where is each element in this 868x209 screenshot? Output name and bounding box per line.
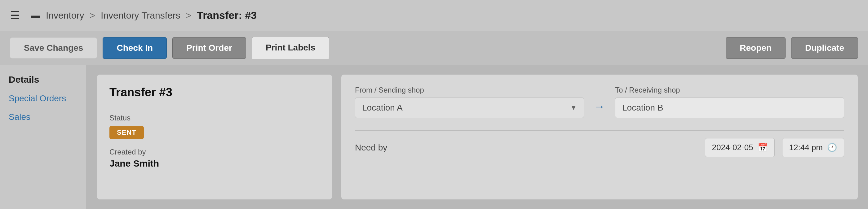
clock-icon: 🕐 xyxy=(827,143,837,152)
save-changes-button[interactable]: Save Changes xyxy=(10,37,97,59)
hamburger-icon[interactable]: ☰ xyxy=(10,9,20,22)
date-input[interactable]: 2024-02-05 📅 xyxy=(705,138,775,157)
to-section: To / Receiving shop Location B xyxy=(615,86,844,118)
status-badge: SENT xyxy=(110,126,144,139)
from-label: From / Sending shop xyxy=(355,86,584,95)
created-by-name: Jane Smith xyxy=(110,158,320,169)
time-value: 12:44 pm xyxy=(789,143,823,152)
time-input[interactable]: 12:44 pm 🕐 xyxy=(782,138,844,157)
from-shop-input[interactable]: Location A ▼ xyxy=(355,98,584,118)
breadcrumb-inventory[interactable]: Inventory xyxy=(46,10,84,21)
sidebar-item-details: Details xyxy=(9,74,78,85)
breadcrumb-inventory-transfers[interactable]: Inventory Transfers xyxy=(101,10,180,21)
top-nav: ☰ ▬ Inventory > Inventory Transfers > Tr… xyxy=(0,0,868,31)
main-content: Details Special Orders Sales Transfer #3… xyxy=(0,65,868,209)
duplicate-button[interactable]: Duplicate xyxy=(791,37,858,59)
to-label: To / Receiving shop xyxy=(615,86,844,95)
print-order-button[interactable]: Print Order xyxy=(173,37,246,59)
toolbar: Save Changes Check In Print Order Print … xyxy=(0,31,868,65)
date-value: 2024-02-05 xyxy=(712,143,753,152)
inventory-icon: ▬ xyxy=(31,10,40,21)
print-labels-button[interactable]: Print Labels xyxy=(252,37,329,59)
calendar-icon: 📅 xyxy=(757,143,768,152)
sidebar: Details Special Orders Sales xyxy=(0,65,87,209)
check-in-button[interactable]: Check In xyxy=(103,37,167,59)
to-shop-input: Location B xyxy=(615,98,844,118)
content-area: Transfer #3 Status SENT Created by Jane … xyxy=(87,65,868,209)
created-by-label: Created by xyxy=(110,148,320,156)
need-by-row: Need by 2024-02-05 📅 12:44 pm 🕐 xyxy=(355,130,844,157)
breadcrumb-current: Transfer: #3 xyxy=(197,9,257,21)
sidebar-item-special-orders[interactable]: Special Orders xyxy=(9,94,78,103)
transfer-card: Transfer #3 Status SENT Created by Jane … xyxy=(97,74,332,200)
from-section: From / Sending shop Location A ▼ xyxy=(355,86,584,118)
shop-row: From / Sending shop Location A ▼ → To / … xyxy=(355,86,844,118)
arrow-icon: → xyxy=(594,100,605,118)
breadcrumb-separator-1: > xyxy=(90,10,95,21)
sidebar-item-sales[interactable]: Sales xyxy=(9,112,78,122)
chevron-down-icon: ▼ xyxy=(570,104,577,112)
shop-panel: From / Sending shop Location A ▼ → To / … xyxy=(341,74,858,200)
breadcrumb-separator-2: > xyxy=(186,10,192,21)
status-label: Status xyxy=(110,114,320,122)
from-shop-value: Location A xyxy=(362,103,403,113)
need-by-label: Need by xyxy=(355,143,698,153)
transfer-title: Transfer #3 xyxy=(110,86,320,105)
breadcrumb: Inventory > Inventory Transfers > Transf… xyxy=(46,9,257,21)
reopen-button[interactable]: Reopen xyxy=(726,37,785,59)
